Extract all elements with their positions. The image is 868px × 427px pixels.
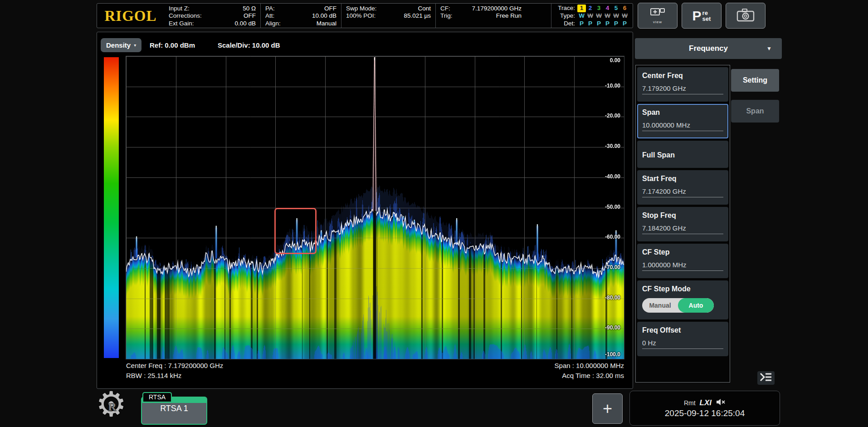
menu-collapse-button[interactable] xyxy=(757,371,775,385)
trace-type-6[interactable]: W xyxy=(620,12,629,20)
menu-item-center-freq[interactable]: Center Freq7.179200 GHz xyxy=(637,67,728,102)
lxi-status-label: LXI xyxy=(700,398,712,407)
menu-header-dropdown[interactable]: Frequency ▼ xyxy=(635,38,782,59)
spectrum-plot[interactable]: 0.00-10.00-20.00-30.00-40.00-50.00-60.00… xyxy=(126,56,624,359)
menu-item-label: Freq Offset xyxy=(642,326,723,335)
trace-type-5[interactable]: W xyxy=(612,12,620,20)
ref-level-label: Ref: 0.00 dBm xyxy=(150,41,195,49)
trace-1-indicator[interactable]: 1 xyxy=(577,5,586,12)
topbar-status-row: Att:10.00 dB xyxy=(265,12,336,20)
menu-item-full-span[interactable]: Full Span xyxy=(637,141,728,168)
status-value: OFF xyxy=(244,12,256,20)
topbar-status-row: Corrections:OFF xyxy=(169,12,256,20)
topbar: RIGOL Input Z:50 ΩCorrections:OFFExt Gai… xyxy=(97,3,633,28)
trace-2-indicator[interactable]: 2 xyxy=(586,5,595,12)
status-value: Free Run xyxy=(496,12,522,20)
menu-item-cf-step-mode[interactable]: CF Step ModeManualAuto xyxy=(637,280,728,319)
rtsa-tab[interactable]: RTSA 1 RTSA xyxy=(141,392,208,426)
readout-line: Center Freq : 7.179200000 GHz xyxy=(126,361,223,371)
y-axis-label: -100.0 xyxy=(605,351,620,358)
topbar-status-row: CF:7.179200000 GHz xyxy=(440,5,522,12)
menu-item-value: 1.000000 MHz xyxy=(642,261,723,271)
menu-item-value: 7.174200 GHz xyxy=(642,187,723,197)
readout-line: Acq Time : 32.00 ms xyxy=(555,371,624,381)
trace-type-4[interactable]: W xyxy=(603,12,612,20)
trace-3-indicator[interactable]: 3 xyxy=(595,5,603,12)
rtsa-mode-label: RTSA xyxy=(142,392,172,402)
toggle-option-auto[interactable]: Auto xyxy=(678,298,714,313)
rtsa-tab-label: RTSA 1 xyxy=(142,404,206,413)
chevron-down-icon: ▼ xyxy=(766,45,772,52)
status-label: Ext Gain: xyxy=(169,20,194,27)
trace-number-row: Trace:123456 xyxy=(555,5,629,12)
status-label: Corrections: xyxy=(169,12,202,20)
trace-det-4[interactable]: P xyxy=(603,20,612,28)
y-axis-label: -20.00 xyxy=(605,113,620,119)
status-label: Input Z: xyxy=(169,5,190,12)
status-value: 7.179200000 GHz xyxy=(472,5,522,12)
speaker-muted-icon xyxy=(716,398,726,407)
spectrum-display-panel: Density ▾ Ref: 0.00 dBm Scale/Div: 10.00… xyxy=(97,32,633,389)
topbar-status-groups: Input Z:50 ΩCorrections:OFFExt Gain:0.00… xyxy=(164,4,551,28)
trace-type-1[interactable]: W xyxy=(577,12,586,20)
status-value: Cont xyxy=(418,5,431,12)
menu-item-label: CF Step Mode xyxy=(642,285,723,294)
display-mode-label: Density xyxy=(106,41,131,49)
menu-item-label: Center Freq xyxy=(642,71,723,80)
menu-item-start-freq[interactable]: Start Freq7.174200 GHz xyxy=(637,170,728,205)
chevron-down-icon: ▾ xyxy=(134,43,136,48)
trace-det-3[interactable]: P xyxy=(595,20,603,28)
frequency-menu-panel: Frequency ▼ Center Freq7.179200 GHzSpan1… xyxy=(635,38,782,386)
menu-item-value: 0 Hz xyxy=(642,339,723,349)
display-mode-dropdown[interactable]: Density ▾ xyxy=(101,38,141,52)
camera-icon xyxy=(736,8,755,24)
y-axis-label: -60.00 xyxy=(605,234,620,240)
signal-annotation-box xyxy=(274,208,317,255)
trace-det-1[interactable]: P xyxy=(577,20,586,28)
trace-6-indicator[interactable]: 6 xyxy=(620,5,629,12)
status-datetime-panel[interactable]: Rmt LXI 2025-09-12 16:25:04 xyxy=(629,391,780,426)
side-tab-setting[interactable]: Setting xyxy=(731,69,779,92)
trace-type-2[interactable]: W xyxy=(586,12,595,20)
y-axis-label: -90.00 xyxy=(605,324,620,331)
trace-type-3[interactable]: W xyxy=(595,12,603,20)
freq-rbw-readout: Center Freq : 7.179200000 GHzRBW : 25.11… xyxy=(126,361,223,381)
trace-4-indicator[interactable]: 4 xyxy=(603,5,612,12)
screenshot-button[interactable] xyxy=(726,3,766,29)
spectrum-canvas[interactable] xyxy=(126,56,624,359)
density-colorbar xyxy=(104,57,119,358)
menu-item-cf-step[interactable]: CF Step1.000000 MHz xyxy=(637,244,728,278)
cf-step-mode-toggle[interactable]: ManualAuto xyxy=(642,298,714,313)
menu-item-freq-offset[interactable]: Freq Offset0 Hz xyxy=(637,322,728,356)
side-tab-span[interactable]: Span xyxy=(731,100,779,123)
trace-det-2[interactable]: P xyxy=(586,20,595,28)
menu-item-label: Full Span xyxy=(642,151,675,160)
trace-det-6[interactable]: P xyxy=(620,20,629,28)
readout-line: Span : 10.000000 MHz xyxy=(555,361,624,371)
menu-item-span[interactable]: Span10.000000 MHz xyxy=(637,104,728,138)
status-label: Swp Mode: xyxy=(346,5,377,12)
y-axis-label: -50.00 xyxy=(605,204,620,210)
preset-re: re xyxy=(702,10,711,16)
status-value: 50 Ω xyxy=(243,5,256,12)
status-value: Manual xyxy=(317,20,336,27)
trace-indicators[interactable]: Trace:123456Type:WWWWWWDet:PPPPPP xyxy=(551,4,633,28)
system-gear-button[interactable]: ⚙ R xyxy=(96,388,133,426)
add-tab-button[interactable]: + xyxy=(592,393,623,424)
trace-5-indicator[interactable]: 5 xyxy=(612,5,620,12)
trace-det-5[interactable]: P xyxy=(612,20,620,28)
span-acq-readout: Span : 10.000000 MHzAcq Time : 32.00 ms xyxy=(555,361,624,381)
preset-button[interactable]: P re set xyxy=(682,3,722,29)
y-axis-label: -80.00 xyxy=(605,294,620,301)
menu-item-value: 7.179200 GHz xyxy=(642,84,723,94)
status-label: PA: xyxy=(265,5,275,12)
trace-det-row: Det:PPPPPP xyxy=(555,20,629,28)
trace-label: Trace: xyxy=(555,5,575,12)
trace-type-row: Type:WWWWWW xyxy=(555,12,629,20)
status-label: Att: xyxy=(265,12,274,20)
menu-item-stop-freq[interactable]: Stop Freq7.184200 GHz xyxy=(637,207,728,241)
multi-view-button[interactable]: view xyxy=(638,3,678,29)
menu-item-label: Stop Freq xyxy=(642,211,723,220)
menu-item-value: 7.184200 GHz xyxy=(642,224,723,234)
toggle-option-manual[interactable]: Manual xyxy=(642,298,678,313)
